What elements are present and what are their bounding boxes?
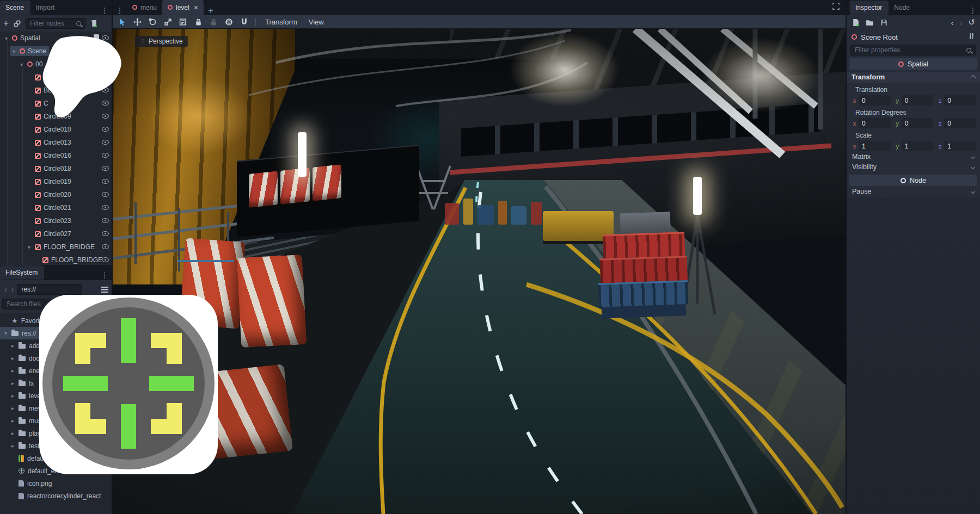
visibility-eye-icon[interactable] [101,230,109,237]
scene-tab-level[interactable]: level × [162,0,204,15]
scene-tree-row[interactable]: Circle020 [0,188,112,201]
scene-tree-row[interactable]: Circle019 [0,175,112,188]
view-menu[interactable]: View [307,18,326,26]
tabstrip-menu-icon[interactable]: ⋮ [113,6,127,15]
visibility-eye-icon[interactable] [101,256,109,263]
tool-select-icon[interactable] [118,18,126,26]
expand-arrow[interactable]: ▾ [26,244,32,250]
scene-tree-row[interactable]: Circle013 [0,136,112,149]
new-scene-tab-button[interactable]: + [208,7,213,15]
new-resource-icon[interactable] [852,18,860,27]
y-field[interactable]: y0 [893,118,934,128]
inspector-menu-icon[interactable]: ⋮ [966,6,980,15]
section-header-node[interactable]: Node [849,175,977,186]
scene-tree-row[interactable]: Circle016 [0,149,112,162]
scene-tree-row[interactable]: Circle023 [0,214,112,227]
add-node-button[interactable]: + [3,20,9,27]
path-breadcrumb[interactable] [17,284,82,295]
tool-unlock-icon[interactable] [210,18,218,26]
y-field[interactable]: y0 [893,95,934,106]
save-resource-icon[interactable] [880,18,888,27]
expand-arrow[interactable]: ▾ [11,48,17,54]
expand-arrow[interactable]: ▸ [10,405,15,411]
close-tab-icon[interactable]: × [194,3,198,12]
load-resource-icon[interactable] [866,18,874,27]
expand-arrow[interactable]: ▾ [19,61,24,67]
history-forward-icon[interactable]: › [10,285,15,294]
z-field[interactable]: z1 [936,141,976,151]
transform-menu[interactable]: Transform [263,18,299,26]
node-icon [901,178,906,183]
collapsed-property-row[interactable]: Visibility [847,162,980,172]
history-forward-icon[interactable]: › [959,18,962,27]
edit-history-icon[interactable]: ↺ [968,17,975,27]
tab-node[interactable]: Node [889,1,916,15]
expand-arrow[interactable]: ▸ [10,418,15,424]
filesystem-dock-menu-icon[interactable]: ⋮ [97,271,112,280]
visibility-eye-icon[interactable] [101,203,109,211]
tool-move-icon[interactable] [133,18,142,26]
x-field[interactable]: x0 [850,95,891,106]
tab-scene[interactable]: Scene [0,1,30,15]
node-label: Circle010 [44,126,71,133]
scene-tab-menu[interactable]: menu [127,0,162,15]
scene-tree-row[interactable]: Circle027 [0,227,112,240]
collapsed-property-row[interactable]: Matrix [847,152,980,162]
visibility-eye-icon[interactable] [101,216,109,224]
expand-arrow[interactable]: ▸ [10,393,15,399]
filesystem-row[interactable]: reactorcorecylinder_react [0,490,112,502]
section-header-spatial[interactable]: Spatial [849,58,977,70]
history-back-icon[interactable]: ‹ [3,285,8,294]
transform-category-row[interactable]: Transform [847,72,980,83]
x-field[interactable]: x0 [850,118,891,128]
tool-group-icon[interactable] [225,18,233,26]
tab-import[interactable]: Import [30,1,61,15]
visibility-eye-icon[interactable] [101,138,109,146]
attach-script-icon[interactable] [90,20,98,28]
distraction-free-icon[interactable] [832,2,840,12]
node-icon [35,205,41,211]
tool-snap-icon[interactable] [240,18,248,26]
visibility-eye-icon[interactable] [101,151,109,159]
toggle-split-mode-icon[interactable] [101,287,108,293]
viewport-3d-scene[interactable]: ⋮ Perspective [113,29,846,514]
visibility-eye-icon[interactable] [101,177,109,185]
visibility-eye-icon[interactable] [101,125,109,133]
expand-arrow[interactable]: ▸ [10,380,15,386]
tab-filesystem[interactable]: FileSystem [0,265,44,280]
scene-tree-row[interactable]: FLOOR_BRIDGE [0,253,112,265]
z-field[interactable]: z0 [936,95,976,106]
expand-arrow[interactable]: ▾ [3,330,8,336]
tool-scale-icon[interactable] [164,18,172,26]
z-field[interactable]: z0 [936,118,976,128]
expand-arrow[interactable]: ▸ [10,368,15,374]
tool-lock-icon[interactable] [194,18,203,26]
expand-arrow[interactable]: ▾ [3,35,9,41]
extra-options-icon[interactable] [968,33,975,41]
visibility-eye-icon[interactable] [101,190,109,198]
scene-tree-row[interactable]: Circle010 [0,123,112,136]
expand-arrow[interactable]: ▸ [10,355,15,361]
scene-tree-row[interactable]: ▾ FLOOR_BRIDGE [0,240,112,253]
scene-tree-row[interactable]: Circle018 [0,162,112,175]
expand-arrow[interactable]: ▸ [10,430,15,436]
y-field[interactable]: y1 [893,141,934,151]
instance-scene-icon[interactable] [13,20,21,28]
scene-dock-menu-icon[interactable]: ⋮ [97,6,112,15]
x-field[interactable]: x1 [850,141,891,151]
expand-arrow[interactable]: ▸ [10,343,15,349]
tool-rotate-icon[interactable] [149,18,157,26]
filter-properties-input[interactable] [850,45,976,55]
tab-inspector[interactable]: Inspector [850,1,889,15]
history-back-icon[interactable]: ‹ [951,18,953,27]
visibility-eye-icon[interactable] [101,243,109,250]
tool-list-select-icon[interactable] [179,18,187,26]
collapsed-property-row[interactable]: Pause [847,187,980,196]
scene-tree-row[interactable]: Circle021 [0,201,112,214]
scene-icon [168,5,173,10]
node-icon [35,153,41,159]
filesystem-row[interactable]: icon.png [0,477,112,490]
projection-selector[interactable]: ⋮ Perspective [135,36,188,47]
visibility-eye-icon[interactable] [101,164,109,172]
expand-arrow[interactable]: ▸ [10,443,15,449]
